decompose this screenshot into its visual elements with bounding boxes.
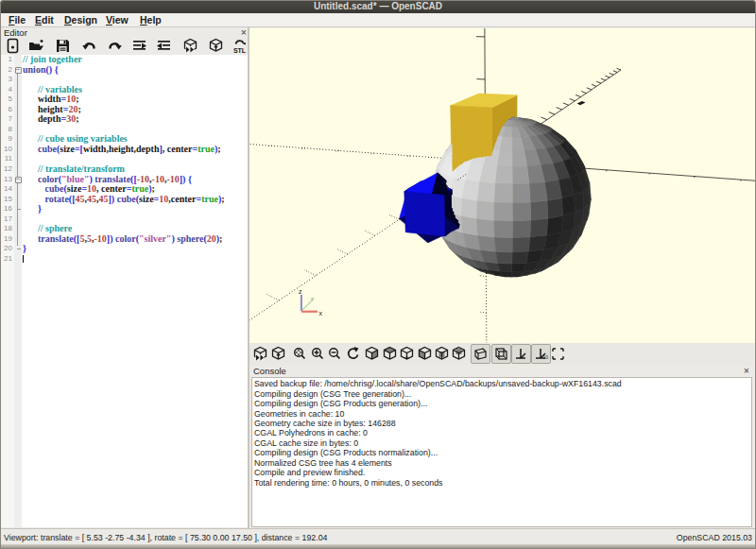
svg-text:z: z [299,288,302,295]
svg-text:STL: STL [232,47,246,54]
svg-text:10: 10 [543,354,549,360]
svg-text:x: x [319,310,323,317]
